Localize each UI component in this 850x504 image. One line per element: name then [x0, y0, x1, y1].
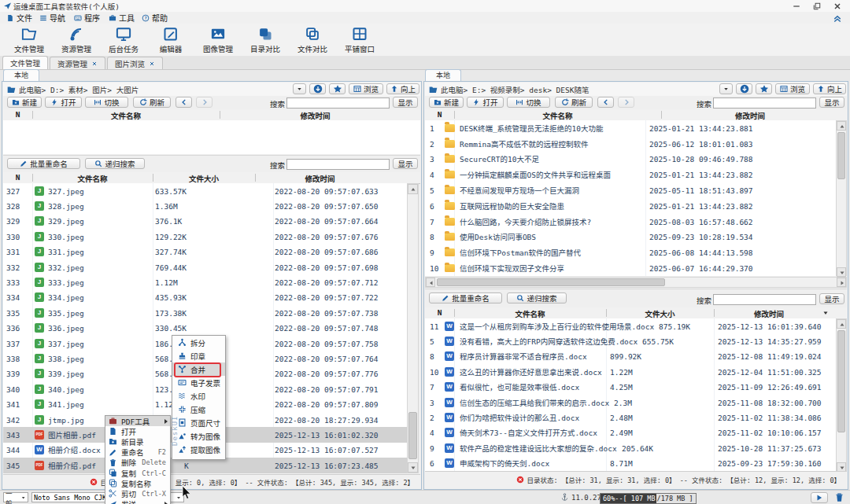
- table-row[interactable]: 5W没有看错，高大上的FRP内网穿透软件这边免费.docx655.75K2025…: [425, 333, 836, 348]
- right-horizontal-scrollbar[interactable]: [425, 277, 847, 288]
- forward-button[interactable]: [618, 97, 634, 108]
- table-row[interactable]: 9W软件产品的稳定性建设远比大家想的复杂.docx205.64K2025-10-…: [425, 440, 836, 455]
- file-search-input[interactable]: [286, 159, 390, 170]
- table-row[interactable]: 2Remmina高不成低不就的远程控制软件2025-06-12 18:01:01…: [425, 136, 836, 152]
- table-row[interactable]: 10W这么丑的计算器你还好意思拿出来说.docx1.22M2025-12-04 …: [425, 364, 836, 379]
- toolbar-button-image[interactable]: 图像管理: [195, 24, 241, 56]
- scroll-left-icon[interactable]: [428, 280, 434, 286]
- browse-button[interactable]: 浏览: [775, 83, 810, 94]
- toolbar-button-dir-compare[interactable]: 目录对比: [242, 24, 288, 56]
- table-row[interactable]: 345PDF相册介绍.pdfK2025-12-13 16:07:23.485: [3, 458, 407, 473]
- toolbar-button-file-compare[interactable]: 文件对比: [290, 24, 335, 56]
- toolbar-button-folder-big[interactable]: 文件管理: [6, 24, 52, 56]
- go-button[interactable]: [309, 83, 326, 94]
- back-button[interactable]: [176, 97, 192, 108]
- pdf-submenu-item-pagesize[interactable]: 页面尺寸: [172, 416, 225, 429]
- context-menu-item-copy[interactable]: 复制Ctrl-C: [105, 468, 170, 478]
- close-icon[interactable]: [91, 61, 98, 67]
- scrollbar-thumb[interactable]: [437, 278, 665, 286]
- minimize-button[interactable]: [792, 2, 801, 11]
- right-dir-scrollbar[interactable]: [836, 120, 847, 276]
- path-dropdown-button[interactable]: [719, 83, 733, 94]
- table-row[interactable]: 8使用Desk访问同事OBS2025-09-23 10:28:19.534: [425, 230, 836, 245]
- right-panel-tab-local[interactable]: 本地: [425, 69, 461, 82]
- context-menu-item-doc[interactable]: 打开: [105, 426, 170, 436]
- close-icon[interactable]: [149, 61, 155, 67]
- pdf-submenu-item-invoice[interactable]: 电子发票: [172, 376, 225, 389]
- toolbar-button-editor[interactable]: 编辑器: [148, 24, 194, 56]
- pdf-submenu-item-to-image[interactable]: 转为图像: [172, 429, 225, 443]
- refresh-button[interactable]: 刷新: [133, 97, 171, 108]
- pdf-submenu-item-extract-image[interactable]: 提取图像: [172, 443, 225, 456]
- run-button[interactable]: [811, 492, 828, 503]
- menu-help[interactable]: ?帮助: [142, 12, 168, 24]
- pdf-submenu-item-split[interactable]: 拆分: [172, 336, 225, 349]
- refresh-button[interactable]: 刷新: [555, 97, 593, 108]
- table-row[interactable]: 6互联网远程协助的巨大安全隐患2025-01-21 13:44:23.882: [425, 198, 836, 214]
- scrollbar-thumb[interactable]: [837, 330, 845, 432]
- up-button[interactable]: 向上: [813, 83, 846, 94]
- pdf-submenu-item-watermark[interactable]: 水印: [172, 389, 225, 403]
- pdf-submenu-item-stamp[interactable]: 印章: [172, 349, 225, 362]
- table-row[interactable]: 328J328.jpeg1.36M2022-08-20 09:57:07.650: [3, 198, 407, 213]
- switch-button[interactable]: 切换: [85, 97, 128, 108]
- new-button[interactable]: 新建: [7, 97, 42, 108]
- scroll-right-icon[interactable]: [839, 280, 845, 286]
- forward-button[interactable]: [196, 97, 213, 108]
- open-button[interactable]: 打开: [467, 97, 504, 108]
- context-menu-item-toolbox[interactable]: PDF工具: [105, 416, 170, 426]
- menu-navigate[interactable]: 导航: [39, 12, 65, 24]
- table-row[interactable]: 5不经意间发现甲方现场一个巨大漏洞2025-05-11 18:51:43.897: [425, 182, 836, 198]
- table-row[interactable]: 335J335.jpeg173.38K2022-08-20 09:57:07.7…: [3, 305, 407, 320]
- table-row[interactable]: 6W申威架构下的倚天剑.docx8.71M2025-09-23 17:59:30…: [425, 456, 836, 471]
- scroll-up-icon[interactable]: [410, 186, 416, 193]
- toolbar-button-tile-window[interactable]: 平铺窗口: [337, 24, 382, 56]
- table-row[interactable]: 7什么脑回路，今天要介绍防止锁屏技术?2025-08-03 16:57:48.6…: [425, 214, 836, 230]
- new-button[interactable]: 新建: [429, 97, 464, 108]
- batch-rename-button[interactable]: 批量重命名: [429, 292, 502, 304]
- sort-desc-icon[interactable]: [822, 310, 829, 316]
- right-file-table-body[interactable]: 11W这是一个从租房到购车涉及上百行业的软件使用场景.docx875.19K20…: [425, 318, 836, 471]
- scroll-down-icon[interactable]: [839, 270, 845, 276]
- context-menu-item-folder-plus[interactable]: 新目录: [105, 436, 170, 447]
- file-search-input[interactable]: [713, 294, 816, 305]
- table-row[interactable]: 336J336.jpeg330.45K2022-08-20 09:57:07.7…: [3, 321, 407, 336]
- back-button[interactable]: [597, 97, 614, 108]
- left-file-scrollbar[interactable]: [407, 183, 419, 473]
- maximize-button[interactable]: [812, 2, 822, 11]
- menu-file[interactable]: 文件: [6, 12, 32, 24]
- table-row[interactable]: 4W倚天剑术73--自定义文件打开方式.docx2.49M2025-11-02 …: [425, 425, 836, 440]
- table-row[interactable]: 3W信创生态的压缩工具给我们带来的启示.docx2.3M2025-11-08 1…: [425, 395, 836, 410]
- breadcrumb[interactable]: 此电脑> E:> 视频录制> desk> DESK随笔: [441, 84, 589, 95]
- show-button[interactable]: 显示: [819, 293, 844, 304]
- table-row[interactable]: 333J333.jpeg1.12M2022-08-20 09:57:07.712: [3, 274, 407, 289]
- show-button[interactable]: 显示: [393, 158, 418, 169]
- table-row[interactable]: 3SecureCRT的10大不足2025-10-28 09:46:49.788: [425, 152, 836, 167]
- table-row[interactable]: 331J331.jpeg327.74K2022-08-20 09:57:07.6…: [3, 245, 407, 259]
- breadcrumb[interactable]: 此电脑> D:> 素材> 图片> 大图片: [19, 84, 139, 95]
- table-row[interactable]: 4一分钟搞定麒麟桌面OS的文件共享和远程桌面2025-01-21 13:44:2…: [425, 167, 836, 182]
- table-row[interactable]: 327J327.jpeg633.57K2022-08-20 09:57:07.6…: [3, 183, 407, 198]
- favorite-button[interactable]: [329, 83, 346, 94]
- table-row[interactable]: 332J332.jpeg769.44K2022-08-20 09:57:07.6…: [3, 259, 407, 274]
- show-button[interactable]: 显示: [819, 97, 844, 108]
- recursive-search-button[interactable]: 递归搜索: [507, 292, 567, 304]
- right-dir-table-body[interactable]: 1DESK终端_系统管理员无法拒绝的10大功能2025-01-21 13:44:…: [425, 120, 836, 276]
- dir-search-input[interactable]: [286, 97, 390, 109]
- table-row[interactable]: 1DESK终端_系统管理员无法拒绝的10大功能2025-01-21 13:44:…: [425, 120, 836, 136]
- toolbar-button-monitor[interactable]: 后台任务: [101, 24, 146, 56]
- menu-program[interactable]: 程序: [74, 12, 100, 24]
- trash-icon[interactable]: [834, 492, 844, 502]
- collapse-toolbar-icon[interactable]: [833, 13, 842, 23]
- table-row[interactable]: 334J334.jpeg435.93K2022-08-20 09:57:07.7…: [3, 290, 407, 305]
- pdf-submenu-item-compress[interactable]: 压缩: [172, 403, 225, 416]
- favorite-button[interactable]: [756, 83, 772, 94]
- up-button[interactable]: 向上: [386, 83, 419, 94]
- context-menu-item-scissors[interactable]: 剪切Ctrl-X: [105, 488, 170, 498]
- right-file-scrollbar[interactable]: [836, 318, 847, 471]
- tab-file-management[interactable]: 文件管理: [2, 56, 48, 69]
- batch-rename-button[interactable]: 批量重命名: [7, 158, 80, 169]
- context-menu-item-send[interactable]: 发送: [105, 499, 170, 504]
- table-row[interactable]: 330J330.jpeg129.22K2022-08-20 09:57:07.6…: [3, 229, 407, 244]
- table-row[interactable]: 329J329.jpeg376.1K2022-08-20 09:57:07.66…: [3, 214, 407, 229]
